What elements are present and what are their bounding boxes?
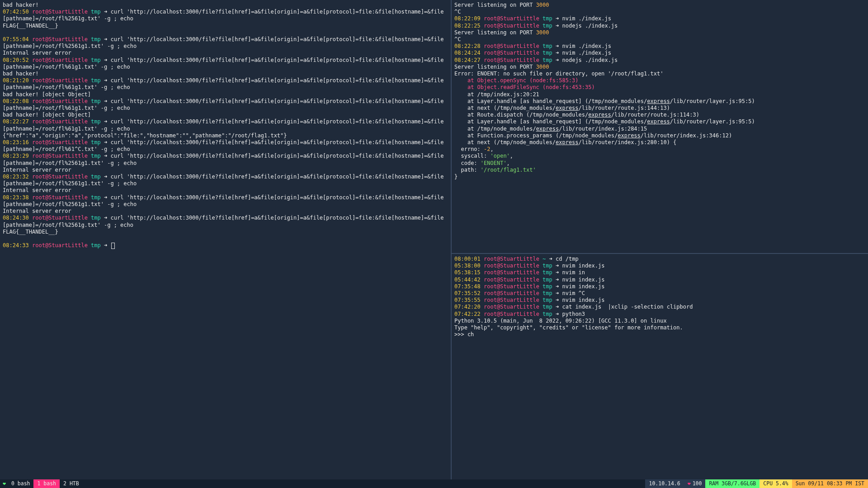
shell-command: 08:22:08 root@StuartLittle tmp ➜ curl 'h… (3, 98, 449, 112)
error-property: code: 'ENOENT', (454, 160, 866, 167)
status-ram: RAM 3GB/7.6GLGB (705, 479, 760, 488)
shell-command: 08:00:01 root@StuartLittle ~ ➜ cd /tmp (454, 256, 866, 263)
stack-trace-line: at Layer.handle [as handle_request] (/tm… (454, 118, 866, 125)
pane-right-bottom[interactable]: 08:00:01 root@StuartLittle ~ ➜ cd /tmp05… (452, 254, 868, 479)
shell-command: 07:35:48 root@StuartLittle tmp ➜ nvim in… (454, 283, 866, 290)
server-output: Server listening on PORT 3000 (454, 29, 866, 36)
status-ip: 10.10.14.6 (645, 479, 684, 488)
right-column: Server listening on PORT 3000^C08:22:09 … (452, 0, 868, 479)
python-banner: Type "help", "copyright", "credits" or "… (454, 324, 866, 331)
heart-icon: ❤ (0, 480, 8, 487)
shell-command: 08:23:16 root@StuartLittle tmp ➜ curl 'h… (3, 139, 449, 153)
shell-command: 07:35:55 root@StuartLittle tmp ➜ nvim in… (454, 297, 866, 304)
window-tab-0[interactable]: 0 bash (8, 479, 34, 488)
python-banner: Python 3.10.5 (main, Jun 8 2022, 09:26:2… (454, 318, 866, 324)
cursor-icon (111, 243, 115, 249)
status-cpu: CPU 5.4% (760, 479, 792, 488)
stack-trace-line: at next (/tmp/node_modules/express/lib/r… (454, 105, 866, 112)
stack-trace-line: at Object.readFileSync (node:fs:453:35) (454, 84, 866, 91)
shell-command: 08:24:24 root@StuartLittle tmp ➜ nvim ./… (454, 50, 866, 56)
window-tab-1-active[interactable]: 1 bash (33, 479, 60, 488)
shell-command: 08:24:30 root@StuartLittle tmp ➜ curl 'h… (3, 215, 449, 228)
server-output: Server listening on PORT 3000 (454, 64, 866, 70)
shell-command: 08:22:09 root@StuartLittle tmp ➜ nvim ./… (454, 15, 866, 22)
error-close: } (454, 174, 866, 180)
stack-trace-line: at Function.process_params (/tmp/node_mo… (454, 132, 866, 139)
shell-command: 05:38:15 root@StuartLittle tmp ➜ nvim in (454, 269, 866, 276)
shell-command: 07:42:22 root@StuartLittle tmp ➜ python3 (454, 311, 866, 318)
command-output: Internal server error (3, 187, 449, 194)
shell-command: 08:22:28 root@StuartLittle tmp ➜ nvim ./… (454, 43, 866, 50)
shell-command: 05:38:00 root@StuartLittle tmp ➜ nvim in… (454, 263, 866, 269)
command-output: FLAG{__THANDEL__} (3, 23, 449, 29)
shell-command: 07:55:04 root@StuartLittle tmp ➜ curl 'h… (3, 36, 449, 50)
status-battery: ❤100 (684, 479, 706, 488)
stack-trace-line: at next (/tmp/node_modules/express/lib/r… (454, 139, 866, 146)
stack-trace-line: at Route.dispatch (/tmp/node_modules/exp… (454, 112, 866, 118)
pane-left[interactable]: bad hacker!07:42:50 root@StuartLittle tm… (0, 0, 451, 479)
command-output: bad hacker! (3, 70, 449, 77)
pane-right-top[interactable]: Server listening on PORT 3000^C08:22:09 … (452, 0, 868, 253)
shell-command: 08:24:27 root@StuartLittle tmp ➜ nodejs … (454, 57, 866, 64)
shell-command: 07:42:50 root@StuartLittle tmp ➜ curl 'h… (3, 9, 449, 22)
shell-command: 08:23:32 root@StuartLittle tmp ➜ curl 'h… (3, 174, 449, 187)
command-output: bad hacker! [object Object] (3, 112, 449, 118)
tmux-status-bar: ❤ 0 bash 1 bash 2 HTB 10.10.14.6 ❤100 RA… (0, 479, 868, 488)
tmux-panes: bad hacker!07:42:50 root@StuartLittle tm… (0, 0, 868, 479)
stack-trace-line: at Object.openSync (node:fs:585:3) (454, 77, 866, 84)
stack-trace-line: at Layer.handle [as handle_request] (/tm… (454, 98, 866, 105)
shell-prompt[interactable]: 08:24:33 root@StuartLittle tmp ➜ (3, 242, 449, 249)
status-clock: Sun 09/11 08:33 PM IST (792, 479, 868, 488)
python-repl-prompt[interactable]: >>> ch (454, 331, 866, 338)
error-property: syscall: 'open', (454, 153, 866, 160)
shell-command: 08:22:25 root@StuartLittle tmp ➜ nodejs … (454, 23, 866, 29)
error-header: Error: ENOENT: no such file or directory… (454, 70, 866, 77)
shell-command: 05:44:42 root@StuartLittle tmp ➜ nvim in… (454, 277, 866, 283)
shell-command: 08:23:29 root@StuartLittle tmp ➜ curl 'h… (3, 153, 449, 166)
shell-command: 08:22:27 root@StuartLittle tmp ➜ curl 'h… (3, 118, 449, 132)
command-output: FLAG{__THANDEL__} (3, 229, 449, 235)
window-tab-2[interactable]: 2 HTB (60, 479, 83, 488)
server-output: ^C (454, 9, 866, 15)
stack-trace-line: at /tmp/index.js:20:21 (454, 91, 866, 98)
shell-command: 07:35:52 root@StuartLittle tmp ➜ nvim ^C (454, 290, 866, 297)
server-output: ^C (454, 36, 866, 43)
shell-command: 08:20:52 root@StuartLittle tmp ➜ curl 'h… (3, 57, 449, 70)
error-property: path: '/root/flag1.txt' (454, 167, 866, 174)
command-output: {"href":"a","origin":"a","protocol":"fil… (3, 132, 449, 139)
shell-command: 08:23:38 root@StuartLittle tmp ➜ curl 'h… (3, 194, 449, 208)
shell-command: 08:21:20 root@StuartLittle tmp ➜ curl 'h… (3, 77, 449, 91)
error-property: errno: -2, (454, 146, 866, 153)
command-output: Internal server error (3, 167, 449, 174)
shell-command: 07:42:20 root@StuartLittle tmp ➜ cat ind… (454, 304, 866, 310)
command-output: Internal server error (3, 208, 449, 215)
command-output: bad hacker! (3, 2, 449, 9)
command-output: bad hacker! [object Object] (3, 91, 449, 98)
stack-trace-line: at /tmp/node_modules/express/lib/router/… (454, 126, 866, 132)
command-output: Internal server error (3, 50, 449, 56)
server-output: Server listening on PORT 3000 (454, 2, 866, 9)
